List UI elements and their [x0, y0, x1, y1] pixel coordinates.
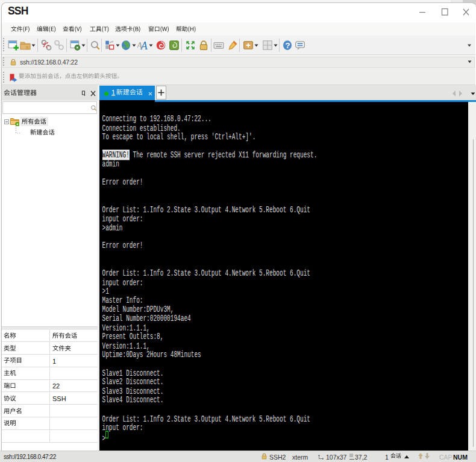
- svg-text:A: A: [140, 40, 148, 51]
- svg-text:?: ?: [285, 41, 290, 50]
